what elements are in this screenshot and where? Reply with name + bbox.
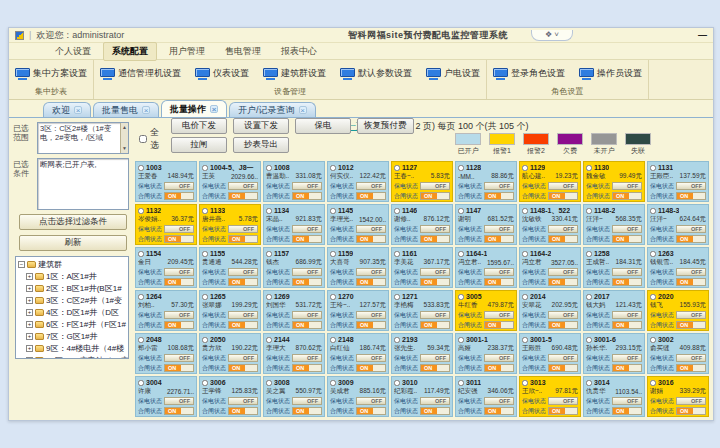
meter-card[interactable]: 1130 魏金敏 99.49元 保电状态 OFF 合闸状态 ON: [583, 161, 645, 202]
gate-state-toggle[interactable]: ON: [484, 278, 514, 286]
card-checkbox[interactable]: [650, 208, 656, 214]
meter-card[interactable]: 2048 郑小雷 108.68元 保电状态 OFF 合闸状态 ON: [135, 333, 197, 374]
tree-expander-icon[interactable]: −: [18, 261, 25, 268]
meter-card[interactable]: 1164-2 冯立君 3527.05.. 保电状态 OFF 合闸状态 ON: [519, 247, 581, 288]
keep-power-toggle[interactable]: OFF: [292, 354, 322, 362]
meter-card[interactable]: 3011 纪安强 346.06元 保电状态 OFF 合闸状态 ON: [455, 376, 517, 417]
menu-item[interactable]: 报表中心: [273, 43, 325, 60]
tree-expander-icon[interactable]: +: [26, 297, 33, 304]
refresh-button[interactable]: 刷新: [19, 235, 127, 251]
meter-card[interactable]: 2017 钱大妈 121.43元 保电状态 OFF 合闸状态 ON: [583, 290, 645, 331]
gate-state-toggle[interactable]: ON: [484, 192, 514, 200]
card-checkbox[interactable]: [138, 165, 144, 171]
menu-item[interactable]: 系统配置: [103, 42, 157, 61]
ribbon-button[interactable]: 建筑群设置: [261, 66, 328, 81]
card-checkbox[interactable]: [330, 380, 336, 386]
meter-card[interactable]: 3008 吴之翼 550.97元 保电状态 OFF 合闸状态 ON: [263, 376, 325, 417]
document-tab[interactable]: 批量售电 ×: [93, 102, 159, 117]
card-checkbox[interactable]: [138, 294, 144, 300]
gate-state-toggle[interactable]: ON: [548, 321, 578, 329]
tree-item[interactable]: + 9区：4#楼电井（4#楼: [18, 343, 128, 354]
meter-card[interactable]: 3001-1 高娅 238.37元 保电状态 OFF 合闸状态 ON: [455, 333, 517, 374]
meter-card[interactable]: 1133 唐井燕.. 5.78元 保电状态 OFF 合闸状态 ON: [199, 204, 261, 245]
card-checkbox[interactable]: [586, 165, 592, 171]
card-checkbox[interactable]: [266, 380, 272, 386]
card-checkbox[interactable]: [586, 294, 592, 300]
keep-power-toggle[interactable]: OFF: [228, 397, 258, 405]
keep-power-toggle[interactable]: OFF: [356, 354, 386, 362]
document-tab[interactable]: 开户/记录查询 ×: [229, 102, 316, 117]
meter-card[interactable]: 1148-3 汪洋~ 624.64元 保电状态 OFF 合闸状态 ON: [647, 204, 709, 245]
choose-filter-button[interactable]: 点击选择过滤条件: [19, 214, 127, 230]
card-checkbox[interactable]: [266, 208, 272, 214]
keep-power-toggle[interactable]: OFF: [612, 397, 642, 405]
meter-card[interactable]: 1004-5、J8一 王英 2029.66.. 保电状态 OFF 合闸状态: [199, 161, 261, 202]
keep-power-toggle[interactable]: OFF: [228, 182, 258, 190]
keep-power-toggle[interactable]: OFF: [548, 311, 578, 319]
selected-condition-box[interactable]: 断网表;已开户表,: [37, 158, 129, 210]
keep-power-toggle[interactable]: OFF: [612, 268, 642, 276]
card-checkbox[interactable]: [586, 337, 592, 343]
gate-state-toggle[interactable]: ON: [228, 407, 258, 415]
meter-card[interactable]: 3006 王学锋 125.83元 保电状态 OFF 合闸状态 ON: [199, 376, 261, 417]
gate-state-toggle[interactable]: ON: [228, 364, 258, 372]
ribbon-button[interactable]: 默认参数设置: [338, 66, 414, 81]
card-checkbox[interactable]: [202, 165, 208, 171]
keep-power-toggle[interactable]: OFF: [612, 225, 642, 233]
card-checkbox[interactable]: [522, 337, 528, 343]
gate-state-toggle[interactable]: ON: [164, 407, 194, 415]
keep-power-toggle[interactable]: OFF: [420, 182, 450, 190]
selected-range-box[interactable]: 3区：C区2#楼（1#变电，2#变电，/区域 ▲▼: [37, 122, 129, 154]
gate-state-toggle[interactable]: ON: [356, 407, 386, 415]
keep-power-toggle[interactable]: OFF: [420, 354, 450, 362]
keep-power-toggle[interactable]: OFF: [356, 311, 386, 319]
card-checkbox[interactable]: [650, 380, 656, 386]
card-checkbox[interactable]: [394, 251, 400, 257]
ribbon-button[interactable]: 户电设置: [424, 66, 482, 81]
keep-power-toggle[interactable]: OFF: [676, 182, 706, 190]
card-checkbox[interactable]: [138, 337, 144, 343]
keep-power-toggle[interactable]: OFF: [676, 225, 706, 233]
card-checkbox[interactable]: [522, 380, 528, 386]
card-checkbox[interactable]: [394, 165, 400, 171]
card-checkbox[interactable]: [138, 380, 144, 386]
gate-state-toggle[interactable]: ON: [164, 278, 194, 286]
meter-card[interactable]: 3010 纪彩霞.. 117.49元 保电状态 OFF 合闸状态 ON: [391, 376, 453, 417]
card-checkbox[interactable]: [266, 251, 272, 257]
keep-power-toggle[interactable]: OFF: [420, 268, 450, 276]
gate-state-toggle[interactable]: ON: [164, 364, 194, 372]
gate-state-toggle[interactable]: ON: [292, 192, 322, 200]
card-checkbox[interactable]: [202, 380, 208, 386]
gate-state-toggle[interactable]: ON: [420, 278, 450, 286]
card-checkbox[interactable]: [202, 337, 208, 343]
document-tab[interactable]: 欢迎 ×: [43, 102, 91, 117]
gate-state-toggle[interactable]: ON: [356, 321, 386, 329]
meter-card[interactable]: 3013 王欣~.. 97.81元 保电状态 OFF 合闸状态 ON: [519, 376, 581, 417]
card-checkbox[interactable]: [458, 294, 464, 300]
keep-power-toggle[interactable]: OFF: [292, 311, 322, 319]
ribbon-button[interactable]: 集中方案设置: [13, 66, 89, 81]
gate-state-toggle[interactable]: ON: [228, 278, 258, 286]
meter-card[interactable]: 1164-1 冯立君.. 1595.67.. 保电状态 OFF 合闸状态 O: [455, 247, 517, 288]
gate-state-toggle[interactable]: ON: [420, 321, 450, 329]
card-checkbox[interactable]: [138, 251, 144, 257]
tree-item[interactable]: + 6区：F区1#井（F区1#: [18, 319, 128, 330]
keep-power-toggle[interactable]: OFF: [676, 397, 706, 405]
gate-state-toggle[interactable]: ON: [612, 407, 642, 415]
meter-card[interactable]: 1271 李艳梅 533.83元 保电状态 OFF 合闸状态 ON: [391, 290, 453, 331]
toolbar-button[interactable]: 抄表导出: [233, 137, 289, 153]
keep-power-toggle[interactable]: OFF: [164, 225, 194, 233]
card-checkbox[interactable]: [330, 165, 336, 171]
meter-card[interactable]: 3004 许康 2276.71.. 保电状态 OFF 合闸状态 ON: [135, 376, 197, 417]
menu-item[interactable]: 售电管理: [217, 43, 269, 60]
gate-state-toggle[interactable]: ON: [356, 192, 386, 200]
meter-card[interactable]: 1127 王春~.. 5.83元 保电状态 OFF 合闸状态 ON: [391, 161, 453, 202]
meter-card[interactable]: 1265 张翠娜 199.29元 保电状态 OFF 合闸状态 ON: [199, 290, 261, 331]
gate-state-toggle[interactable]: ON: [420, 192, 450, 200]
card-checkbox[interactable]: [394, 294, 400, 300]
toolbar-button[interactable]: 保电: [295, 118, 351, 134]
tab-close-icon[interactable]: ×: [142, 106, 150, 114]
keep-power-toggle[interactable]: OFF: [164, 311, 194, 319]
gate-state-toggle[interactable]: ON: [356, 278, 386, 286]
gate-state-toggle[interactable]: ON: [420, 235, 450, 243]
